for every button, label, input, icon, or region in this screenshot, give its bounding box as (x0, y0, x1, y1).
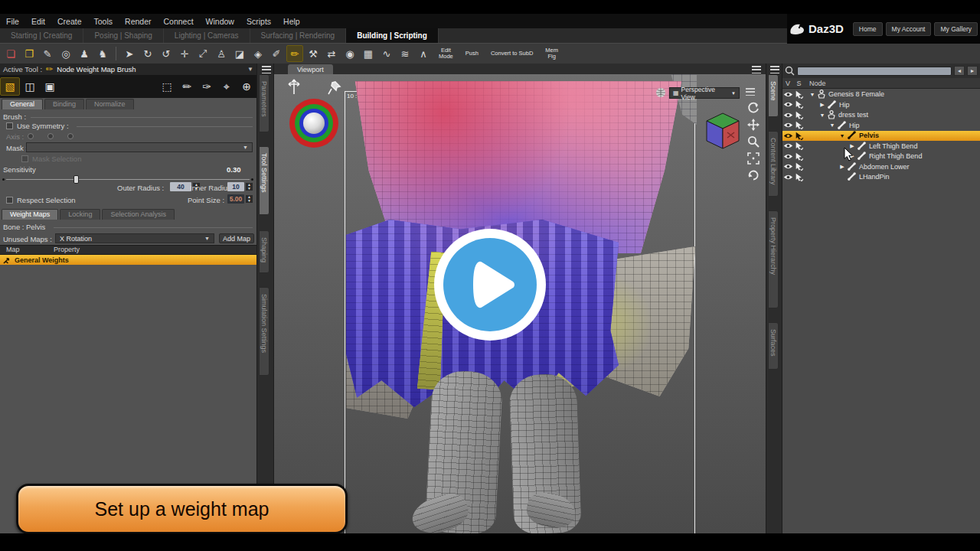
scene-search-input[interactable] (797, 67, 952, 76)
selectability-icon[interactable] (793, 132, 805, 140)
menu-tools[interactable]: Tools (88, 15, 119, 28)
camera-icon[interactable]: ▦ (360, 45, 377, 62)
pencil-tool-icon[interactable]: ✎ (39, 45, 56, 62)
respect-selection-checkbox[interactable] (6, 197, 13, 204)
visibility-eye-icon[interactable] (782, 153, 793, 160)
home-button[interactable]: Home (853, 22, 883, 36)
scene-node-pelvis[interactable]: ▼Pelvis (782, 131, 980, 142)
scene-node-genesis-8-female[interactable]: ▼Genesis 8 Female (782, 90, 980, 100)
selectability-icon[interactable] (793, 111, 805, 119)
expander-icon[interactable]: ▶ (839, 164, 845, 170)
viewport-tab[interactable]: Viewport (288, 64, 333, 74)
scene-node-dress-test[interactable]: ▼dress test (782, 110, 980, 121)
paint-mode-icon[interactable]: ▧ (0, 77, 20, 96)
menu-window[interactable]: Window (200, 15, 240, 28)
marquee-add-icon[interactable]: ⬚ (157, 77, 177, 96)
property-column-header[interactable]: Property (54, 246, 80, 254)
chevron-down-icon[interactable]: ▼ (247, 66, 253, 73)
tab-binding[interactable]: Binding (44, 99, 84, 109)
axis-z-radio[interactable] (67, 133, 74, 139)
scene-node-left-thigh-bend[interactable]: ▶Left Thigh Bend (782, 141, 980, 152)
convert-to-subd-button[interactable]: Convert to SubD (487, 49, 537, 58)
activity-tab-posing-shaping[interactable]: Posing | Shaping (83, 28, 163, 43)
mask-selection-checkbox[interactable] (21, 155, 28, 162)
misc-tool-icon[interactable]: ◈ (250, 45, 266, 62)
expander-icon[interactable]: ▼ (809, 92, 815, 97)
geometry-network-icon[interactable]: ⊕ (237, 77, 256, 96)
menu-file[interactable]: File (0, 15, 25, 28)
selectability-icon[interactable] (793, 162, 805, 171)
dock-tab-property-hierarchy[interactable]: Property Hierarchy (768, 210, 779, 308)
menu-scripts[interactable]: Scripts (240, 15, 277, 28)
sensitivity-slider-handle[interactable] (74, 175, 79, 184)
activity-tab-lighting-cameras[interactable]: Lighting | Cameras (164, 28, 250, 43)
camera-globe-icon[interactable] (655, 87, 667, 99)
viewport-canvas[interactable]: 10 : 13 (274, 74, 766, 533)
visibility-eye-icon[interactable] (782, 112, 793, 119)
dock-tab-scene[interactable]: Scene (768, 74, 779, 117)
import-file-icon[interactable]: ❏ (2, 45, 19, 62)
joint-editor-icon[interactable]: ◎ (57, 45, 74, 62)
search-icon[interactable] (785, 66, 795, 76)
joint-icon[interactable]: ⌖ (217, 77, 237, 96)
selectability-icon[interactable] (793, 90, 805, 99)
menu-edit[interactable]: Edit (25, 15, 51, 28)
selectability-icon[interactable] (793, 121, 805, 129)
visibility-eye-icon[interactable] (782, 122, 793, 129)
visibility-eye-icon[interactable] (782, 91, 793, 98)
add-map-button[interactable]: Add Map (219, 233, 254, 243)
dock-tab-shaping[interactable]: Shaping (259, 230, 270, 273)
frame-camera-icon[interactable] (747, 152, 760, 165)
active-tool-value[interactable]: Node Weight Map Brush (57, 65, 136, 73)
visibility-eye-icon[interactable] (782, 101, 793, 108)
tab-selection-analysis[interactable]: Selection Analysis (102, 209, 175, 220)
brush-smooth-icon[interactable]: ✑ (197, 77, 217, 96)
view-selector-dropdown[interactable]: ▦ Perspective View ▼ (669, 87, 740, 99)
dock-tab-content-library[interactable]: Content Library (768, 131, 779, 197)
selectability-icon[interactable] (793, 152, 805, 161)
scene-node-hip[interactable]: ▼Hip (782, 120, 980, 131)
view-cube-gizmo[interactable] (704, 111, 741, 152)
tab-weight-maps[interactable]: Weight Maps (2, 209, 58, 220)
transfer-utility-icon[interactable]: ⇄ (323, 45, 340, 62)
expander-icon[interactable]: ▼ (829, 122, 835, 128)
figure-select-icon[interactable]: ♙ (213, 45, 230, 62)
sensitivity-slider[interactable] (6, 179, 250, 180)
universal-manipulator-icon[interactable] (286, 79, 302, 96)
pose-figure2-icon[interactable]: ♞ (94, 45, 111, 62)
feather-brush-icon[interactable]: ∿ (378, 45, 395, 62)
menu-render[interactable]: Render (119, 15, 157, 28)
tab-locking[interactable]: Locking (60, 209, 100, 220)
pose-figure-icon[interactable]: ♟ (76, 45, 93, 62)
activity-tab-starting-creating[interactable]: Starting | Creating (0, 28, 83, 43)
surface-select-icon[interactable]: ◪ (231, 45, 248, 62)
activity-tab-building-scripting[interactable]: Building | Scripting (346, 28, 439, 43)
panel-menu-icon[interactable] (770, 66, 779, 73)
scene-node-hip[interactable]: ▶Hip (782, 99, 980, 110)
rotate-tool-icon[interactable]: ↺ (158, 45, 175, 62)
expander-icon[interactable]: ▶ (819, 102, 825, 108)
dock-tab-tool-settings[interactable]: Tool Settings (259, 146, 270, 215)
visibility-eye-icon[interactable] (782, 132, 793, 139)
record-icon[interactable]: ◉ (341, 45, 358, 62)
viewport-options-icon[interactable] (746, 88, 755, 96)
tab-normalize[interactable]: Normalize (86, 99, 134, 109)
zoom-camera-icon[interactable] (747, 135, 760, 148)
mask-dropdown[interactable]: ▼ (26, 142, 253, 152)
dock-tab-simulation-settings[interactable]: Simulation Settings (259, 287, 270, 376)
scale-tool-icon[interactable]: ⤢ (194, 45, 211, 62)
unused-maps-dropdown[interactable]: X Rotation ▼ (55, 233, 214, 243)
viewport-menu-icon[interactable] (752, 66, 761, 73)
translate-tool-icon[interactable]: ✛ (176, 45, 193, 62)
figure-setup-icon[interactable]: ⚒ (305, 45, 322, 62)
visibility-eye-icon[interactable] (782, 174, 793, 181)
export-file-icon[interactable]: ❐ (21, 45, 38, 62)
orbit-camera-icon[interactable] (747, 102, 760, 114)
axis-y-radio[interactable] (47, 133, 54, 139)
wings-icon[interactable]: ∧ (415, 45, 432, 62)
expander-icon[interactable]: ▼ (819, 112, 825, 118)
visibility-eye-icon[interactable] (782, 142, 793, 149)
scene-node-abdomen-lower[interactable]: ▶Abdomen Lower (782, 161, 980, 172)
selectability-icon[interactable] (793, 142, 805, 150)
video-play-button[interactable] (433, 227, 547, 342)
